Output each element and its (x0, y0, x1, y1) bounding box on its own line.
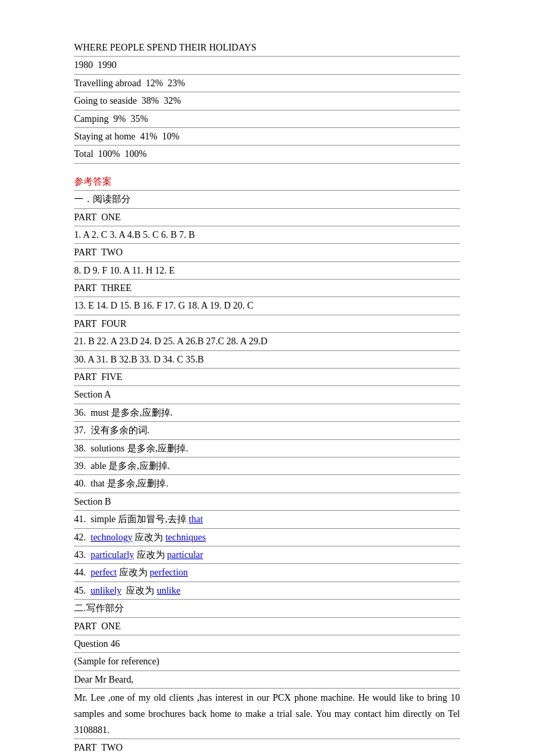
particular-underline: particular (167, 550, 203, 560)
techniques-underline: techniques (166, 532, 206, 542)
writing-part-two-label-line: PART TWO (74, 741, 460, 756)
unlikely-underline: unlikely (91, 586, 122, 596)
part-four-label-line: PART FOUR (74, 317, 460, 333)
section-b-item-45: 45. unlikely 应改为 unlike (74, 584, 460, 600)
section-b-item-43: 43. particularly 应改为 particular (74, 548, 460, 564)
section-b-42: 42. technology 应改为 techniques (74, 530, 460, 545)
writing-body-line: Mr. Lee ,one of my old clients ,has inte… (74, 690, 460, 739)
particularly-underline: particularly (91, 550, 135, 560)
that-underline-41: that (189, 514, 203, 524)
part-one-label: PART ONE (74, 210, 460, 225)
part-one-answers: 1. A 2. C 3. A 4.B 5. C 6. B 7. B (74, 228, 460, 243)
section-b-43: 43. particularly 应改为 particular (74, 548, 460, 563)
writing-body: Mr. Lee ,one of my old clients ,has inte… (74, 690, 460, 738)
part-one-label-line: PART ONE (74, 210, 460, 226)
part-three-label-line: PART THREE (74, 281, 460, 297)
writing-greeting: Dear Mr Beard, (74, 672, 460, 687)
part-two-label-line: PART TWO (74, 245, 460, 261)
table-row-seaside: Going to seaside 38% 32% (74, 94, 460, 108)
section-b-45: 45. unlikely 应改为 unlike (74, 584, 460, 598)
writing-part-two-label: PART TWO (74, 741, 460, 755)
section-a-label-line: Section A (74, 387, 460, 404)
writing-sample-ref-line: (Sample for reference) (74, 654, 460, 670)
part-two-answers-line: 8. D 9. F 10. A 11. H 12. E (74, 263, 460, 280)
part-four-label: PART FOUR (74, 317, 460, 332)
table-row-camping: Camping 9% 35% (74, 112, 460, 127)
part-five-label-line: PART FIVE (74, 370, 460, 386)
page-content: WHERE PEOPLE SPEND THEIR HOLIDAYS 1980 1… (74, 40, 460, 756)
writing-question-46-line: Question 46 (74, 637, 460, 653)
section-b-item-42: 42. technology 应改为 techniques (74, 530, 460, 546)
section-a-36: 36. must 是多余,应删掉. (74, 406, 460, 420)
section-b-label-line: Section B (74, 495, 460, 511)
table-title-line: WHERE PEOPLE SPEND THEIR HOLIDAYS (74, 40, 460, 57)
section-a-38: 38. solutions 是多余,应删掉. (74, 441, 460, 456)
reading-label: 一．阅读部分 (74, 192, 460, 207)
section-a-39: 39. able 是多余,应删掉. (74, 459, 460, 474)
section-b-44: 44. perfect 应改为 perfection (74, 565, 460, 580)
table-row-4: Staying at home 41% 10% (74, 129, 460, 146)
section-a-item-40: 40. that 是多余,应删掉. (74, 476, 460, 493)
writing-part-one-label: PART ONE (74, 619, 460, 634)
writing-sample-ref: (Sample for reference) (74, 654, 460, 669)
section-b-item-44: 44. perfect 应改为 perfection (74, 565, 460, 581)
part-three-answers-line: 13. E 14. D 15. B 16. F 17. G 18. A 19. … (74, 298, 460, 315)
part-four-answers1-line: 21. B 22. A 23.D 24. D 25. A 26.B 27.C 2… (74, 334, 460, 350)
perfect-underline: perfect (91, 567, 117, 577)
table-header-line: 1980 1990 (74, 58, 460, 74)
reading-label-line: 一．阅读部分 (74, 192, 460, 208)
section-a-item-37: 37. 没有多余的词. (74, 423, 460, 439)
table-title: WHERE PEOPLE SPEND THEIR HOLIDAYS (74, 40, 460, 55)
part-three-answers: 13. E 14. D 15. B 16. F 17. G 18. A 19. … (74, 298, 460, 313)
section-a-37: 37. 没有多余的词. (74, 423, 460, 438)
part-one-answers-line: 1. A 2. C 3. A 4.B 5. C 6. B 7. B (74, 228, 460, 244)
section-b-item-41: 41. simple 后面加冒号,去掉 that (74, 512, 460, 528)
unlike-underline: unlike (157, 586, 180, 596)
perfection-underline: perfection (149, 567, 188, 577)
writing-greeting-line: Dear Mr Beard, (74, 672, 460, 689)
writing-part-one-label-line: PART ONE (74, 619, 460, 635)
section-a-item-39: 39. able 是多余,应删掉. (74, 459, 460, 475)
section-a-item-36: 36. must 是多余,应删掉. (74, 406, 460, 422)
answer-title-line: 参考答案 (74, 175, 460, 191)
part-four-answers1: 21. B 22. A 23.D 24. D 25. A 26.B 27.C 2… (74, 334, 460, 349)
part-five-label: PART FIVE (74, 370, 460, 385)
table-row-3: Camping 9% 35% (74, 112, 460, 128)
spacer-1 (74, 165, 460, 175)
table-row-travelling: Travelling abroad 12% 23% (74, 76, 460, 91)
part-four-answers2-line: 30. A 31. B 32.B 33. D 34. C 35.B (74, 352, 460, 369)
part-two-answers: 8. D 9. F 10. A 11. H 12. E (74, 263, 460, 278)
writing-label: 二.写作部分 (74, 601, 460, 616)
writing-label-line: 二.写作部分 (74, 601, 460, 617)
section-a-label: Section A (74, 387, 460, 402)
section-b-label: Section B (74, 495, 460, 509)
section-a-40: 40. that 是多余,应删掉. (74, 476, 460, 491)
table-row-2: Going to seaside 38% 32% (74, 94, 460, 110)
part-two-label: PART TWO (74, 245, 460, 260)
part-three-label: PART THREE (74, 281, 460, 296)
part-four-answers2: 30. A 31. B 32.B 33. D 34. C 35.B (74, 352, 460, 367)
technology-underline: technology (91, 532, 133, 542)
table-row-5: Total 100% 100% (74, 147, 460, 163)
section-a-item-38: 38. solutions 是多余,应删掉. (74, 441, 460, 458)
section-b-41: 41. simple 后面加冒号,去掉 that (74, 512, 460, 527)
table-row-1: Travelling abroad 12% 23% (74, 76, 460, 92)
writing-question-46: Question 46 (74, 637, 460, 652)
table-row-home: Staying at home 41% 10% (74, 129, 460, 144)
table-row-total: Total 100% 100% (74, 147, 460, 162)
answer-title: 参考答案 (74, 175, 460, 189)
table-header: 1980 1990 (74, 58, 460, 73)
